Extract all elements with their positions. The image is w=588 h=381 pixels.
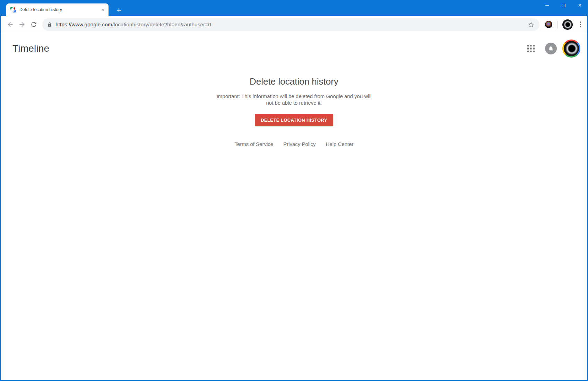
google-apps-grid-icon[interactable] <box>527 45 535 52</box>
page-body: Timeline Delete location history Importa… <box>0 33 588 381</box>
forward-icon <box>18 21 26 28</box>
reload-button[interactable] <box>28 19 40 31</box>
warning-text: Important: This information will be dele… <box>215 93 373 106</box>
bell-icon <box>548 45 554 52</box>
footer-links: Terms of Service Privacy Policy Help Cen… <box>0 141 588 147</box>
toolbar-separator <box>557 21 557 28</box>
bookmark-star-button[interactable] <box>528 21 535 28</box>
delete-location-history-button[interactable]: DELETE LOCATION HISTORY <box>255 114 333 126</box>
star-icon <box>528 21 535 28</box>
forward-button[interactable] <box>16 19 28 31</box>
notifications-button[interactable] <box>545 43 557 54</box>
tab-strip: Delete location history × + ✕ <box>0 0 588 16</box>
main-content: Delete location history Important: This … <box>0 76 588 147</box>
account-avatar-photo <box>564 41 579 56</box>
tab-close-icon[interactable]: × <box>100 7 106 13</box>
maximize-icon <box>562 4 565 7</box>
window-controls: ✕ <box>539 0 588 11</box>
back-icon <box>7 21 14 28</box>
minimize-button[interactable] <box>539 0 555 11</box>
browser-toolbar: https://www.google.com/locationhistory/d… <box>0 16 588 33</box>
page-header: Timeline <box>0 33 588 64</box>
close-icon: ✕ <box>578 3 582 8</box>
maximize-button[interactable] <box>555 0 572 11</box>
back-button[interactable] <box>4 19 16 31</box>
page-title: Timeline <box>12 43 49 54</box>
google-maps-favicon <box>10 7 16 12</box>
url-text: https://www.google.com/locationhistory/d… <box>55 21 211 28</box>
browser-menu-icon[interactable] <box>576 20 585 29</box>
lock-icon[interactable] <box>47 22 52 27</box>
tab-title: Delete location history <box>19 7 100 12</box>
browser-tab[interactable]: Delete location history × <box>6 3 109 16</box>
browser-profile-avatar[interactable] <box>562 19 573 30</box>
help-center-link[interactable]: Help Center <box>326 141 354 147</box>
extension-icon[interactable] <box>545 21 552 28</box>
reload-icon <box>30 21 37 28</box>
address-bar[interactable]: https://www.google.com/locationhistory/d… <box>42 18 539 31</box>
close-button[interactable]: ✕ <box>572 0 588 11</box>
url-path: /locationhistory/delete?hl=en&authuser=0 <box>112 21 211 27</box>
minimize-icon <box>545 5 549 6</box>
terms-of-service-link[interactable]: Terms of Service <box>234 141 273 147</box>
new-tab-icon[interactable]: + <box>114 6 123 15</box>
header-icons <box>527 40 580 58</box>
main-title: Delete location history <box>0 76 588 87</box>
privacy-policy-link[interactable]: Privacy Policy <box>283 141 315 147</box>
url-host: https://www.google.com <box>55 21 112 27</box>
account-avatar[interactable] <box>562 40 580 58</box>
